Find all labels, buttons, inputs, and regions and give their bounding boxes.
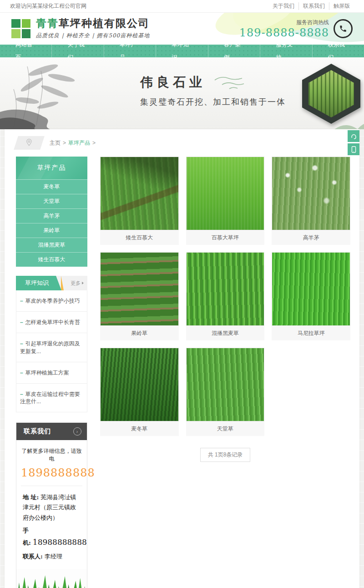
knowledge-panel: 草坪知识 更多 –草皮的冬季养护小技巧 –怎样避免草坪中长青苔 –引起草坪退化的…: [16, 276, 87, 412]
knowledge-item[interactable]: –草皮在运输过程中需要注意什...: [16, 384, 87, 412]
company-tagline: 品质优良 | 种植齐全 | 拥有500亩种植基地: [36, 32, 150, 40]
company-name: 青青草坪种植有限公司: [36, 18, 150, 29]
product-title[interactable]: 麦冬草: [100, 421, 179, 436]
customer-service-button[interactable]: [348, 130, 359, 142]
product-image: [100, 252, 179, 326]
product-title[interactable]: 高羊茅: [272, 230, 350, 245]
product-card[interactable]: 果岭草: [100, 252, 179, 340]
sidebar-item-guolingcao[interactable]: 果岭草: [16, 223, 87, 238]
product-card[interactable]: 天堂草: [186, 348, 265, 436]
sidebar-item-maidongcao[interactable]: 麦冬草: [16, 179, 87, 194]
headset-icon: [350, 133, 357, 140]
sidebar-item-tiantangcao[interactable]: 天堂草: [16, 194, 87, 208]
cloud-decor-icon: [212, 76, 247, 91]
sidebar-item-hunbo[interactable]: 混播黑麦草: [16, 238, 87, 252]
breadcrumb: 主页 > 草坪产品 >: [5, 129, 359, 151]
contact-address: 地 址:芜湖县湾沚镇津元村（原三元镇政府办公楼内）: [23, 492, 81, 522]
dash-bullet-icon: –: [20, 391, 23, 397]
contact-mobile: 手 机:18988888888: [23, 526, 81, 549]
ink-painting-decor: [0, 57, 141, 129]
contact-note: 了解更多详细信息，请致电: [21, 447, 82, 463]
location-pin-icon: [14, 136, 45, 150]
product-card[interactable]: 高羊茅: [272, 157, 350, 245]
welcome-text: 欢迎访问某某绿化工程公司官网: [10, 2, 86, 10]
pagination: 共 1页8条记录: [100, 448, 350, 462]
arrow-circle-icon[interactable]: ›: [73, 427, 81, 436]
breadcrumb-home[interactable]: 主页: [50, 139, 61, 147]
breadcrumb-current[interactable]: 草坪产品: [68, 139, 90, 147]
product-menu-title: 草坪产品: [16, 157, 87, 179]
contact-panel: 联系我们 › 了解更多详细信息，请致电 1898888888 地 址:芜湖县湾沚…: [16, 422, 87, 588]
main-nav: 网站首页 关于我们 草坪产品 草坪知识 客户案例 服务支持 联系我们: [0, 45, 364, 57]
contact-phone-number: 1898888888: [21, 466, 82, 479]
sidebar: 草坪产品 麦冬草 天堂草 高羊茅 果岭草 混播黑麦草 矮生百慕大 草坪知识 更多…: [16, 157, 87, 588]
grass-photo-decor: [16, 569, 87, 588]
site-logo[interactable]: 青青草坪种植有限公司 品质优良 | 种植齐全 | 拥有500亩种植基地: [11, 18, 150, 39]
sidebar-item-aisheng[interactable]: 矮生百慕大: [16, 252, 87, 267]
knowledge-item[interactable]: –草皮的冬季养护小技巧: [16, 290, 87, 312]
hotline-number: 189-8888-8888: [239, 26, 329, 39]
product-title[interactable]: 果岭草: [100, 326, 179, 340]
product-title[interactable]: 矮生百慕大: [100, 230, 179, 245]
pagination-info[interactable]: 共 1页8条记录: [200, 448, 251, 462]
breadcrumb-separator: >: [92, 140, 96, 146]
contact-title: 联系我们: [24, 427, 51, 436]
service-hotline: 服务咨询热线 189-8888-8888: [239, 19, 353, 39]
hotline-label: 服务咨询热线: [239, 19, 329, 26]
banner-text: 伟良石业 集灵璧奇石开挖、加工和销售于一体: [140, 74, 286, 107]
product-title[interactable]: 百慕大草坪: [186, 230, 265, 245]
product-grid: 矮生百慕大 百慕大草坪 高羊茅 果岭草 混播黑麦草: [87, 157, 350, 588]
product-menu: 草坪产品 麦冬草 天堂草 高羊茅 果岭草 混播黑麦草 矮生百慕大: [16, 157, 87, 267]
product-image: [186, 252, 265, 326]
hero-banner[interactable]: 伟良石业 集灵璧奇石开挖、加工和销售于一体: [0, 57, 364, 129]
sidebar-item-gaoyangmao[interactable]: 高羊茅: [16, 208, 87, 223]
site-header: 青青草坪种植有限公司 品质优良 | 种植齐全 | 拥有500亩种植基地 服务咨询…: [0, 13, 364, 45]
top-bar: 欢迎访问某某绿化工程公司官网 关于我们 联系我们 触屏版: [0, 0, 364, 13]
product-title[interactable]: 天堂草: [186, 421, 265, 436]
product-image: [100, 157, 179, 230]
topbar-link-contact[interactable]: 联系我们: [298, 2, 329, 10]
logo-squares-icon: [11, 19, 30, 38]
topbar-links: 关于我们 联系我们 触屏版: [268, 2, 354, 10]
knowledge-more-link[interactable]: 更多: [71, 280, 84, 287]
product-image: [100, 348, 179, 421]
floating-side-buttons: [348, 130, 359, 155]
phone-icon: [334, 19, 353, 38]
dash-bullet-icon: –: [20, 298, 23, 304]
product-title[interactable]: 马尼拉草坪: [272, 326, 350, 340]
knowledge-item[interactable]: –草坪种植施工方案: [16, 362, 87, 384]
mountain-decor-icon: [331, 116, 364, 129]
mobile-phone-icon: [351, 146, 357, 153]
knowledge-title: 草坪知识: [16, 276, 56, 290]
content-area: 主页 > 草坪产品 > 草坪产品 麦冬草 天堂草 高羊茅 果岭草 混播黑麦草 矮…: [5, 129, 359, 588]
contact-person: 联系人:李经理: [23, 552, 81, 562]
product-card[interactable]: 百慕大草坪: [186, 157, 265, 245]
product-image: [186, 157, 265, 230]
product-image: [272, 157, 350, 230]
banner-title: 伟良石业: [140, 74, 206, 91]
mobile-site-button[interactable]: [348, 143, 359, 155]
bamboo-hexagon-photo: [302, 64, 360, 124]
product-card[interactable]: 矮生百慕大: [100, 157, 179, 245]
dash-bullet-icon: –: [20, 319, 23, 325]
dash-bullet-icon: –: [20, 370, 23, 376]
product-card[interactable]: 混播黑麦草: [186, 252, 265, 340]
knowledge-item[interactable]: –引起草坪退化的原因及更新复...: [16, 333, 87, 362]
topbar-link-touch[interactable]: 触屏版: [329, 2, 354, 10]
product-title[interactable]: 混播黑麦草: [186, 326, 265, 340]
dash-bullet-icon: –: [20, 340, 23, 347]
breadcrumb-separator: >: [63, 140, 66, 146]
more-arrow-icon: [82, 282, 84, 284]
topbar-link-about[interactable]: 关于我们: [268, 2, 298, 10]
product-card[interactable]: 马尼拉草坪: [272, 252, 350, 340]
banner-subtitle: 集灵璧奇石开挖、加工和销售于一体: [140, 96, 286, 107]
product-image: [186, 348, 265, 421]
product-card[interactable]: 麦冬草: [100, 348, 179, 436]
product-image: [272, 252, 350, 326]
knowledge-item[interactable]: –怎样避免草坪中长青苔: [16, 312, 87, 333]
